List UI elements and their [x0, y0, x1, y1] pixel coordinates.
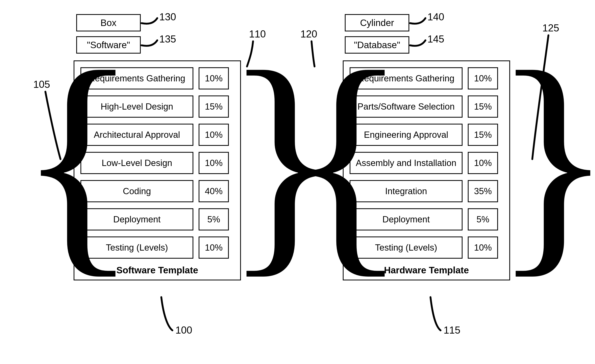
right-tag-name: "Database": [345, 36, 409, 54]
ref-115: 115: [444, 324, 460, 336]
task-pct: 5%: [198, 208, 229, 230]
right-template: Requirements Gathering 10% Parts/Softwar…: [343, 61, 510, 280]
table-row: Engineering Approval 15%: [350, 124, 503, 146]
table-row: Testing (Levels) 10%: [80, 236, 234, 259]
table-row: Architectural Approval 10%: [80, 124, 234, 146]
ref-125: 125: [542, 22, 559, 34]
table-row: Coding 40%: [80, 180, 234, 202]
task-name: Testing (Levels): [80, 236, 193, 259]
task-name: High-Level Design: [80, 96, 193, 118]
ref-105: 105: [33, 79, 50, 90]
task-name: Architectural Approval: [80, 124, 193, 146]
task-name: Coding: [80, 180, 193, 202]
task-name: Testing (Levels): [350, 236, 462, 259]
table-row: Deployment 5%: [350, 208, 503, 230]
table-row: High-Level Design 15%: [80, 96, 234, 118]
task-name: Engineering Approval: [350, 124, 462, 146]
task-name: Deployment: [350, 208, 462, 230]
ref-130: 130: [159, 11, 176, 23]
task-pct: 10%: [198, 236, 229, 259]
table-row: Assembly and Installation 10%: [350, 152, 503, 174]
ref-140: 140: [427, 11, 444, 23]
task-pct: 35%: [468, 180, 498, 202]
task-name: Integration: [350, 180, 462, 202]
task-pct: 10%: [468, 67, 498, 89]
left-tag-name: "Software": [76, 36, 141, 54]
brace-left-close: }: [224, 62, 344, 256]
table-row: Requirements Gathering 10%: [80, 67, 234, 89]
left-tag-shape: Box: [76, 14, 141, 31]
ref-120: 120: [300, 28, 317, 40]
task-pct: 10%: [198, 67, 229, 89]
right-tag-shape: Cylinder: [345, 14, 409, 31]
ref-110: 110: [249, 28, 266, 40]
task-pct: 10%: [198, 124, 229, 146]
table-row: Low-Level Design 10%: [80, 152, 234, 174]
left-caption: Software Template: [80, 265, 234, 275]
table-row: Integration 35%: [350, 180, 503, 202]
table-row: Testing (Levels) 10%: [350, 236, 503, 259]
task-pct: 15%: [198, 96, 229, 118]
ref-100: 100: [175, 324, 192, 336]
table-row: Requirements Gathering 10%: [350, 67, 503, 89]
task-pct: 40%: [198, 180, 229, 202]
task-pct: 10%: [468, 152, 498, 174]
diagram-canvas: Box "Software" Requirements Gathering 10…: [0, 0, 595, 364]
table-row: Deployment 5%: [80, 208, 234, 230]
task-name: Requirements Gathering: [350, 67, 462, 89]
task-name: Parts/Software Selection: [350, 96, 462, 118]
ref-135: 135: [159, 33, 176, 45]
task-name: Assembly and Installation: [350, 152, 462, 174]
task-pct: 15%: [468, 124, 498, 146]
task-pct: 15%: [468, 96, 498, 118]
task-name: Low-Level Design: [80, 152, 193, 174]
ref-145: 145: [427, 33, 444, 45]
task-pct: 10%: [468, 236, 498, 259]
task-pct: 10%: [198, 152, 229, 174]
table-row: Parts/Software Selection 15%: [350, 96, 503, 118]
task-name: Deployment: [80, 208, 193, 230]
right-caption: Hardware Template: [350, 265, 503, 275]
task-name: Requirements Gathering: [80, 67, 193, 89]
left-template: Requirements Gathering 10% High-Level De…: [74, 61, 241, 280]
task-pct: 5%: [468, 208, 498, 230]
